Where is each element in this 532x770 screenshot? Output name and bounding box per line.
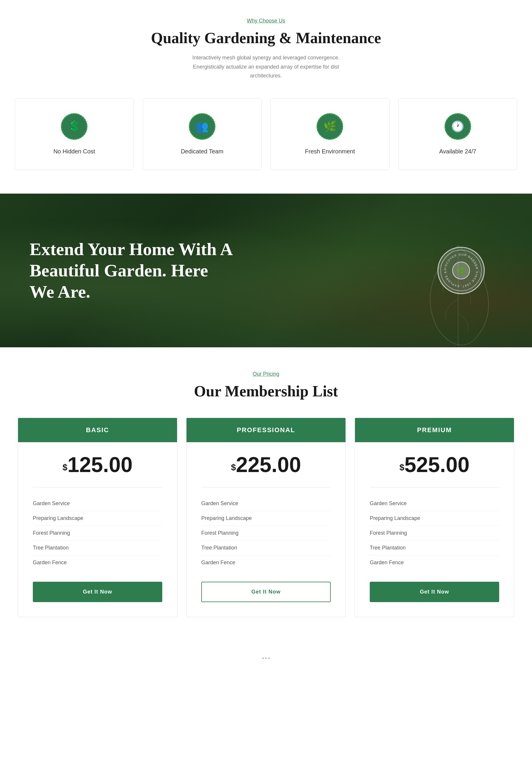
pricing-feature-item: Forest Planning [370, 526, 499, 541]
premium-price: $525.00 [370, 454, 499, 475]
why-label-link[interactable]: Why Choose Us [247, 18, 285, 24]
hero-badge-inner: DISCOVER OUR GARDEN SINCE 1997. EXPLORE … [440, 250, 482, 291]
professional-currency: $ [231, 462, 236, 472]
basic-amount: 125.00 [67, 453, 132, 476]
hero-badge-circular-text: DISCOVER OUR GARDEN SINCE 1997. EXPLORE … [441, 250, 481, 291]
pricing-section: Our Pricing Our Membership List BASIC $1… [0, 347, 532, 647]
professional-cta-button[interactable]: Get It Now [201, 582, 331, 602]
feature-card-dedicated-team: 👥 Dedicated Team [143, 98, 262, 170]
dedicated-team-label: Dedicated Team [152, 148, 253, 155]
professional-features-list: Garden ServicePreparing LandscapeForest … [201, 496, 331, 570]
dedicated-team-icon: 👥 [195, 120, 209, 133]
fresh-environment-icon: 🌿 [323, 120, 337, 133]
professional-price: $225.00 [201, 454, 331, 475]
feature-card-no-hidden-cost: 💲 No Hidden Cost [15, 98, 134, 170]
basic-divider [33, 487, 162, 487]
available-247-icon: 🕐 [451, 120, 464, 133]
fresh-environment-icon-wrap: 🌿 [317, 113, 343, 140]
premium-features-list: Garden ServicePreparing LandscapeForest … [370, 496, 499, 570]
hero-title: Extend Your Home With A Beautiful Garden… [30, 239, 236, 302]
dedicated-team-icon-wrap: 👥 [189, 113, 215, 140]
available-247-icon-wrap: 🕐 [445, 113, 471, 140]
feature-card-fresh-environment: 🌿 Fresh Environment [270, 98, 390, 170]
why-description: Interactively mesh global synergy and le… [177, 53, 355, 80]
pricing-feature-item: Tree Plantation [33, 541, 162, 555]
pricing-title: Our Membership List [18, 382, 514, 400]
no-hidden-cost-label: No Hidden Cost [24, 148, 125, 155]
pricing-label-link[interactable]: Our Pricing [253, 371, 279, 377]
professional-amount: 225.00 [236, 453, 301, 476]
svg-text:DISCOVER OUR GARDEN SINCE 1997: DISCOVER OUR GARDEN SINCE 1997. EXPLORE … [441, 250, 479, 288]
pricing-feature-item: Garden Service [201, 496, 331, 511]
why-choose-us-section: Why Choose Us Quality Gardening & Mainte… [0, 0, 532, 194]
pricing-feature-item: Tree Plantation [201, 541, 331, 555]
basic-price: $125.00 [33, 454, 162, 475]
pricing-feature-item: Tree Plantation [370, 541, 499, 555]
no-hidden-cost-icon: 💲 [68, 120, 81, 133]
pricing-feature-item: Preparing Landscape [370, 511, 499, 526]
premium-divider [370, 487, 499, 487]
basic-card-body: $125.00 Garden ServicePreparing Landscap… [18, 442, 177, 617]
pricing-feature-item: Forest Planning [201, 526, 331, 541]
basic-cta-button[interactable]: Get It Now [33, 582, 162, 602]
pricing-feature-item: Preparing Landscape [33, 511, 162, 526]
fresh-environment-label: Fresh Environment [280, 148, 380, 155]
professional-card-body: $225.00 Garden ServicePreparing Landscap… [186, 442, 346, 617]
bottom-hint: • • • [0, 647, 532, 670]
premium-amount: 525.00 [404, 453, 469, 476]
basic-features-list: Garden ServicePreparing LandscapeForest … [33, 496, 162, 570]
premium-cta-button[interactable]: Get It Now [370, 582, 499, 602]
hero-badge: DISCOVER OUR GARDEN SINCE 1997. EXPLORE … [437, 247, 485, 294]
pricing-card-basic: BASIC $125.00 Garden ServicePreparing La… [18, 418, 177, 617]
professional-plan-name: PROFESSIONAL [192, 426, 340, 434]
pricing-grid: BASIC $125.00 Garden ServicePreparing La… [18, 418, 514, 617]
basic-plan-name: BASIC [24, 426, 171, 434]
premium-card-body: $525.00 Garden ServicePreparing Landscap… [355, 442, 514, 617]
pricing-card-professional: PROFESSIONAL $225.00 Garden ServicePrepa… [186, 418, 346, 617]
pricing-feature-item: Garden Fence [370, 555, 499, 570]
why-title: Quality Gardening & Maintenance [12, 29, 520, 47]
pricing-feature-item: Garden Fence [201, 555, 331, 570]
premium-plan-name: PREMIUM [361, 426, 508, 434]
pricing-feature-item: Garden Service [33, 496, 162, 511]
basic-currency: $ [63, 462, 68, 472]
pricing-feature-item: Preparing Landscape [201, 511, 331, 526]
available-247-label: Available 24/7 [408, 148, 508, 155]
pricing-feature-item: Forest Planning [33, 526, 162, 541]
no-hidden-cost-icon-wrap: 💲 [61, 113, 87, 140]
feature-card-available-247: 🕐 Available 24/7 [398, 98, 518, 170]
professional-divider [201, 487, 331, 487]
pricing-feature-item: Garden Service [370, 496, 499, 511]
premium-currency: $ [400, 462, 405, 472]
features-grid: 💲 No Hidden Cost 👥 Dedicated Team 🌿 Fres… [15, 98, 517, 170]
premium-card-header: PREMIUM [355, 418, 514, 442]
pricing-feature-item: Garden Fence [33, 555, 162, 570]
hero-banner: Extend Your Home With A Beautiful Garden… [0, 194, 532, 347]
basic-card-header: BASIC [18, 418, 177, 442]
pricing-card-premium: PREMIUM $525.00 Garden ServicePreparing … [355, 418, 514, 617]
professional-card-header: PROFESSIONAL [186, 418, 346, 442]
